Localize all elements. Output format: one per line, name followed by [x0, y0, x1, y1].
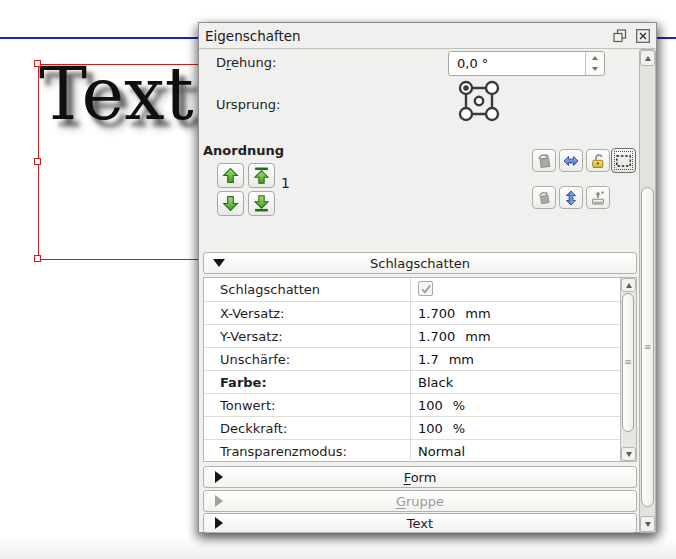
scroll-up-icon: [626, 283, 632, 288]
scroll-down-icon: [645, 522, 651, 527]
rotation-value[interactable]: 0,0 °: [449, 52, 585, 75]
blur-value[interactable]: 1.7mm: [410, 348, 620, 370]
origin-label: Ursprung:: [216, 97, 280, 112]
select-marquee-icon: [615, 153, 632, 169]
table-row: Tonwert: 100%: [204, 393, 636, 416]
rotate-button-disabled[interactable]: [532, 186, 556, 209]
page-bottom-fade: [0, 537, 676, 559]
close-icon: [636, 29, 650, 43]
to-foreground-button[interactable]: [586, 186, 610, 209]
x-offset-value[interactable]: 1.700mm: [410, 302, 620, 324]
scroll-up-button[interactable]: [621, 278, 636, 292]
unlock-position-button[interactable]: [586, 149, 610, 172]
scroll-up-icon: [645, 56, 651, 61]
spin-down-button[interactable]: [586, 64, 604, 76]
section-label: Schlagschatten: [204, 256, 636, 271]
send-to-back-icon: [253, 195, 270, 212]
color-value[interactable]: Black: [410, 371, 620, 393]
y-offset-value[interactable]: 1.700mm: [410, 325, 620, 347]
table-row: Transparenzmodus: Normal: [204, 439, 636, 462]
selection-handle-top-left[interactable]: [34, 60, 41, 67]
unlock-position-icon: [590, 153, 606, 169]
rotation-spinfield[interactable]: 0,0 °: [448, 51, 605, 76]
tint-value[interactable]: 100%: [410, 394, 620, 416]
section-header-schlagschatten[interactable]: Schlagschatten: [203, 252, 637, 274]
shadow-properties-table: Schlagschatten X-Versatz: 1.700mm Y-Vers…: [203, 277, 637, 462]
section-label: Text: [204, 516, 636, 531]
properties-panel: Eigenschaften Drehung: 0,0 °: [198, 22, 657, 533]
bring-forward-button[interactable]: [217, 163, 244, 188]
close-button[interactable]: [636, 29, 650, 43]
grip-icon: ≡: [644, 343, 652, 352]
rotate-disabled-icon: [537, 191, 551, 205]
flip-horizontal-button[interactable]: [559, 149, 583, 172]
to-foreground-icon: [590, 190, 606, 206]
table-row: Deckkraft: 100%: [204, 416, 636, 439]
draw-canvas: Text Eigenschaften D: [0, 0, 676, 559]
send-backward-icon: [222, 195, 239, 212]
float-button[interactable]: [613, 29, 627, 43]
table-scrollbar[interactable]: ≡: [620, 278, 636, 461]
spin-up-button[interactable]: [586, 52, 604, 64]
opacity-value[interactable]: 100%: [410, 417, 620, 439]
bring-to-front-button[interactable]: [248, 163, 275, 188]
section-label: Gruppe: [204, 494, 636, 509]
panel-titlebar[interactable]: Eigenschaften: [199, 23, 656, 49]
rotate-button-disabled[interactable]: [532, 149, 556, 172]
table-row: Unschärfe: 1.7mm: [204, 347, 636, 370]
section-header-gruppe: Gruppe: [203, 490, 637, 512]
table-row: X-Versatz: 1.700mm: [204, 301, 636, 324]
selection-handle-bottom-left[interactable]: [34, 255, 41, 262]
scroll-down-icon: [626, 452, 632, 457]
select-marquee-button[interactable]: [611, 148, 636, 173]
flip-vertical-button[interactable]: [559, 186, 583, 209]
section-header-form[interactable]: Form: [203, 466, 637, 488]
scroll-down-button[interactable]: [640, 516, 655, 532]
transparency-mode-value[interactable]: Normal: [410, 440, 620, 462]
section-header-text[interactable]: Text: [203, 513, 637, 533]
float-icon: [613, 29, 627, 43]
send-to-back-button[interactable]: [248, 191, 275, 216]
text-object[interactable]: Text: [39, 52, 194, 136]
origin-anchor-icon: [456, 78, 502, 124]
shadow-enabled-checkbox[interactable]: [418, 281, 433, 296]
spin-down-icon: [592, 67, 598, 71]
checkmark-icon: [420, 283, 432, 295]
scrollbar-thumb[interactable]: ≡: [622, 293, 634, 432]
scrollbar-thumb[interactable]: ≡: [641, 187, 654, 507]
table-row: Schlagschatten: [204, 278, 636, 301]
rotate-disabled-icon: [536, 153, 552, 169]
panel-title: Eigenschaften: [205, 28, 301, 44]
bring-forward-icon: [222, 167, 239, 184]
selection-handle-mid-left[interactable]: [34, 158, 41, 165]
scroll-up-button[interactable]: [640, 50, 655, 66]
bring-to-front-icon: [253, 167, 270, 184]
scroll-down-button[interactable]: [621, 447, 636, 461]
panel-scrollbar[interactable]: ≡: [639, 49, 656, 533]
flip-vertical-icon: [563, 190, 579, 206]
send-backward-button[interactable]: [217, 191, 244, 216]
arrange-heading: Anordnung: [203, 143, 284, 158]
spin-up-icon: [592, 56, 598, 60]
flip-horizontal-icon: [563, 153, 579, 169]
table-row: Farbe: Black: [204, 370, 636, 393]
table-row: Y-Versatz: 1.700mm: [204, 324, 636, 347]
origin-selector[interactable]: [456, 78, 502, 127]
grip-icon: ≡: [624, 358, 632, 367]
rotation-label: Drehung:: [216, 55, 276, 70]
rotation-spinner: [585, 52, 604, 75]
section-label: Form: [204, 470, 636, 485]
arrange-order-value: 1: [281, 175, 290, 191]
